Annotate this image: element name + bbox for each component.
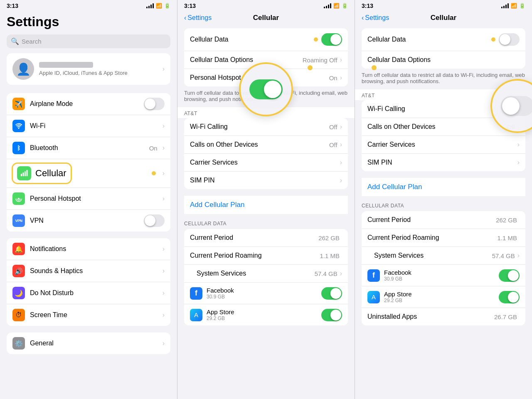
cellular-data-toggle-off[interactable] [499, 33, 520, 46]
cellular-data-section-label: CELLULAR DATA [177, 214, 355, 229]
wifi-calling-value: Off [329, 123, 337, 131]
battery-icon-3: 🔋 [519, 3, 525, 9]
current-period-value: 262 GB [318, 234, 340, 241]
cellular-data-label-off: Cellular Data [367, 36, 491, 43]
cellular-chevron: › [163, 170, 165, 177]
settings-group-2: 🔔 Notifications › 🔊 Sounds & Haptics › 🌙… [7, 238, 170, 326]
back-button-2[interactable]: ‹ Settings [184, 14, 212, 22]
facebook-toggle-off[interactable] [499, 269, 520, 282]
carrier-services-row[interactable]: Carrier Services › [184, 154, 348, 172]
toggle-zoom-on[interactable] [249, 79, 283, 99]
current-period-roaming-row-off[interactable]: Current Period Roaming 1.1 MB [362, 229, 525, 247]
nav-title-3: Cellular [431, 14, 456, 22]
bar1 [146, 7, 148, 8]
airplane-toggle[interactable] [144, 98, 165, 110]
settings-group-3: ⚙️ General › [7, 332, 170, 354]
current-period-value-off: 262 GB [496, 217, 517, 224]
bar3-3 [505, 5, 507, 8]
current-period-label: Current Period [190, 234, 318, 241]
cellular-data-row-off[interactable]: Cellular Data [362, 28, 525, 51]
system-services-value-off: 57.4 GB [492, 252, 515, 259]
bar3 [150, 5, 152, 8]
general-row[interactable]: ⚙️ General › [7, 332, 170, 354]
facebook-toggle[interactable] [321, 287, 342, 300]
system-services-row[interactable]: System Services 57.4 GB › [184, 265, 348, 283]
add-plan-row-off[interactable]: Add Cellular Plan [362, 178, 525, 196]
wifi-row[interactable]: Wi-Fi › [7, 115, 170, 137]
search-icon: 🔍 [11, 37, 19, 45]
time-3: 3:13 [362, 2, 373, 9]
appstore-icon: A [190, 309, 202, 321]
svg-rect-3 [27, 170, 28, 176]
settings-panel: 3:13 📶 🔋 Settings 🔍 Search 👤 [0, 0, 177, 399]
sim-pin-chevron-off: › [517, 159, 520, 166]
profile-info: Apple ID, iCloud, iTunes & App Store [39, 62, 158, 76]
vpn-row[interactable]: VPN VPN [7, 210, 170, 232]
cellular-options-label-off: Cellular Data Options [367, 56, 520, 64]
dnd-row[interactable]: 🌙 Do Not Disturb › [7, 282, 170, 304]
bluetooth-row[interactable]: ᛒ Bluetooth On › [7, 137, 170, 159]
wifi-label: Wi-Fi [30, 122, 158, 130]
sim-pin-chevron: › [340, 177, 342, 184]
uninstalled-row[interactable]: Uninstalled Apps 26.7 GB [362, 308, 525, 325]
signal-icon-3 [501, 3, 509, 8]
airplane-label: Airplane Mode [30, 100, 139, 108]
cellular-data-toggle[interactable] [321, 33, 342, 46]
notifications-row[interactable]: 🔔 Notifications › [7, 238, 170, 260]
back-chevron-3: ‹ [362, 14, 364, 22]
appstore-row-off[interactable]: A App Store 29.2 GB [362, 286, 525, 308]
sim-pin-row-off[interactable]: SIM PIN › [362, 154, 525, 171]
carrier-services-chevron-off: › [517, 141, 520, 148]
screentime-row[interactable]: ⏱ Screen Time › [7, 304, 170, 326]
cellular-row[interactable]: Cellular › [7, 159, 170, 188]
cellular-dot [152, 171, 156, 175]
toggle-zoom-off[interactable] [501, 96, 532, 116]
facebook-info-off: Facebook 30.9 GB [384, 269, 495, 282]
svg-point-4 [18, 198, 20, 200]
vpn-toggle[interactable] [144, 214, 165, 227]
appstore-toggle-off[interactable] [499, 291, 520, 303]
appstore-toggle[interactable] [321, 309, 342, 321]
carrier-group: Wi-Fi Calling Off › Calls on Other Devic… [184, 118, 348, 189]
facebook-row[interactable]: f Facebook 30.9 GB [184, 283, 348, 304]
airplane-mode-row[interactable]: ✈️ Airplane Mode [7, 93, 170, 115]
screentime-icon: ⏱ [12, 309, 25, 321]
appstore-row[interactable]: A App Store 29.2 GB [184, 304, 348, 325]
back-button-3[interactable]: ‹ Settings [362, 14, 389, 22]
system-services-value: 57.4 GB [315, 270, 337, 277]
carrier-services-row-off[interactable]: Carrier Services › [362, 136, 525, 154]
hotspot-row[interactable]: Personal Hotspot › [7, 188, 170, 210]
avatar: 👤 [12, 58, 34, 80]
wifi-calling-row[interactable]: Wi-Fi Calling Off › [184, 118, 348, 136]
roaming-value-off: 1.1 MB [497, 234, 517, 241]
cell-group-top-off: Cellular Data Cellular Data Options [362, 28, 525, 69]
appstore-name: App Store [207, 308, 317, 315]
facebook-row-off[interactable]: f Facebook 30.9 GB [362, 265, 525, 286]
search-bar[interactable]: 🔍 Search [7, 34, 170, 48]
vpn-icon: VPN [12, 214, 25, 227]
add-plan-row[interactable]: Add Cellular Plan [184, 196, 348, 214]
current-period-row-off[interactable]: Current Period 262 GB [362, 211, 525, 229]
calls-other-chevron: › [340, 141, 342, 148]
current-period-row[interactable]: Current Period 262 GB [184, 229, 348, 247]
roaming-label-off: Current Period Roaming [367, 234, 497, 241]
sounds-chevron: › [163, 267, 165, 275]
carrier-services-label: Carrier Services [190, 159, 340, 166]
cellular-options-row-off[interactable]: Cellular Data Options [362, 51, 525, 69]
appstore-info: App Store 29.2 GB [207, 308, 317, 321]
current-period-roaming-row[interactable]: Current Period Roaming 1.1 MB [184, 247, 348, 265]
cellular-data-row[interactable]: Cellular Data [184, 28, 348, 51]
calls-other-row[interactable]: Calls on Other Devices Off › [184, 136, 348, 154]
cellular-panel-off: 3:13 📶 🔋 ‹ Settings Cellular Ce [355, 0, 532, 399]
profile-name-blur [39, 62, 93, 68]
system-services-row-off[interactable]: System Services 57.4 GB › [362, 247, 525, 265]
profile-subtitle: Apple ID, iCloud, iTunes & App Store [39, 70, 158, 76]
bar2-2 [326, 6, 327, 8]
facebook-icon: f [190, 287, 202, 300]
sounds-row[interactable]: 🔊 Sounds & Haptics › [7, 260, 170, 282]
facebook-icon-off: f [367, 269, 380, 282]
profile-row[interactable]: 👤 Apple ID, iCloud, iTunes & App Store › [7, 53, 170, 85]
cellular-label: Cellular [35, 168, 66, 179]
carrier-services-chevron: › [340, 159, 342, 166]
sim-pin-row[interactable]: SIM PIN › [184, 172, 348, 189]
